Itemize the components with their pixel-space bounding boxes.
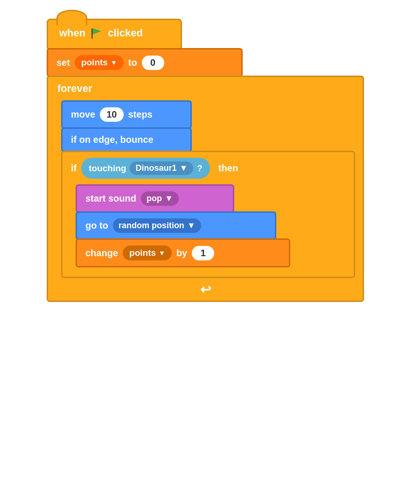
forever-inner: move 10 steps if on edge, bounce if touc… — [61, 100, 363, 278]
move-label: move — [71, 109, 95, 120]
position-dropdown[interactable]: random position ▼ — [113, 218, 201, 233]
dropdown-arrow: ▼ — [111, 59, 117, 66]
forever-header: forever — [48, 77, 363, 100]
if-block[interactable]: if touching Dinosaur1 ▼ ? then — [61, 151, 355, 278]
if-inner: start sound pop ▼ go to random position … — [76, 184, 354, 267]
touching-condition[interactable]: touching Dinosaur1 ▼ ? — [81, 158, 210, 179]
loop-arrow-icon: ↩ — [200, 282, 211, 297]
change-value[interactable]: 1 — [192, 246, 214, 260]
question-mark: ? — [197, 163, 203, 174]
move-block[interactable]: move 10 steps — [61, 100, 192, 129]
bounce-label: if on edge, bounce — [71, 134, 154, 145]
dropdown-arrow: ▼ — [165, 194, 173, 203]
forever-footer: ↩ — [48, 278, 363, 301]
svg-rect-1 — [91, 28, 93, 39]
clicked-label: clicked — [108, 27, 143, 39]
sound-dropdown[interactable]: pop ▼ — [141, 191, 179, 206]
value-input[interactable]: 0 — [142, 56, 164, 70]
set-block[interactable]: set points ▼ to 0 — [47, 48, 243, 77]
if-footer — [63, 267, 354, 277]
when-label: when — [59, 27, 85, 39]
then-label: then — [218, 163, 238, 174]
touching-label: touching — [89, 163, 126, 174]
steps-label: steps — [128, 109, 153, 120]
start-sound-label: start sound — [85, 193, 136, 204]
dropdown-arrow: ▼ — [179, 163, 188, 173]
steps-value[interactable]: 10 — [100, 107, 123, 122]
if-header: if touching Dinosaur1 ▼ ? then — [63, 152, 354, 184]
set-label: set — [56, 57, 70, 68]
flag-icon — [90, 27, 103, 40]
forever-block[interactable]: forever move 10 steps if on edge, bounce… — [47, 76, 364, 302]
forever-label: forever — [57, 83, 92, 95]
to-label: to — [128, 57, 137, 68]
dropdown-arrow: ▼ — [187, 221, 196, 231]
goto-label: go to — [85, 220, 108, 231]
bounce-block[interactable]: if on edge, bounce — [61, 127, 192, 152]
points-dropdown[interactable]: points ▼ — [75, 55, 124, 70]
hat-block[interactable]: when clicked — [47, 19, 182, 49]
sound-block[interactable]: start sound pop ▼ — [76, 184, 234, 213]
svg-marker-0 — [92, 28, 100, 34]
dropdown-arrow: ▼ — [159, 249, 165, 257]
points-change-dropdown[interactable]: points ▼ — [123, 245, 172, 260]
scratch-program: when clicked set points ▼ to 0 forever m… — [47, 19, 364, 302]
goto-block[interactable]: go to random position ▼ — [76, 211, 276, 240]
change-block[interactable]: change points ▼ by 1 — [76, 238, 290, 267]
dinosaur-dropdown[interactable]: Dinosaur1 ▼ — [130, 161, 193, 175]
change-label: change — [85, 248, 118, 259]
by-label: by — [176, 248, 187, 259]
if-label: if — [71, 163, 77, 174]
